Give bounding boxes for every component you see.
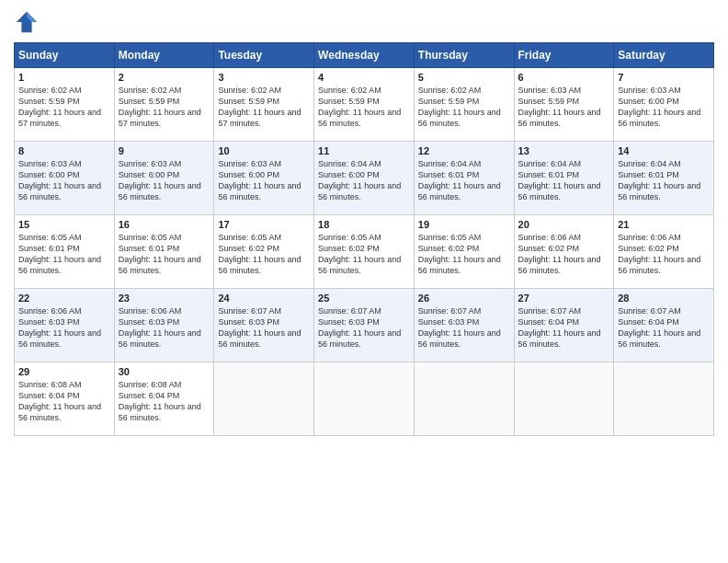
day-number: 23 [119, 293, 210, 304]
day-info: Sunrise: 6:02 AM Sunset: 5:59 PM Dayligh… [318, 85, 410, 130]
day-cell: 19 Sunrise: 6:05 AM Sunset: 6:02 PM Dayl… [414, 215, 514, 289]
day-info: Sunrise: 6:07 AM Sunset: 6:04 PM Dayligh… [618, 305, 710, 350]
day-info: Sunrise: 6:06 AM Sunset: 6:03 PM Dayligh… [18, 305, 110, 350]
day-number: 11 [318, 145, 410, 156]
day-info: Sunrise: 6:06 AM Sunset: 6:03 PM Dayligh… [119, 305, 210, 350]
day-info: Sunrise: 6:03 AM Sunset: 6:00 PM Dayligh… [18, 158, 110, 203]
header-row: SundayMondayTuesdayWednesdayThursdayFrid… [15, 43, 714, 68]
day-number: 3 [218, 72, 310, 83]
day-info: Sunrise: 6:03 AM Sunset: 6:00 PM Dayligh… [119, 158, 210, 203]
header-cell-friday: Friday [514, 43, 614, 68]
day-number: 27 [518, 293, 610, 304]
day-cell: 8 Sunrise: 6:03 AM Sunset: 6:00 PM Dayli… [15, 142, 115, 215]
day-info: Sunrise: 6:03 AM Sunset: 6:00 PM Dayligh… [618, 85, 710, 130]
day-info: Sunrise: 6:08 AM Sunset: 6:04 PM Dayligh… [18, 379, 110, 424]
day-info: Sunrise: 6:04 AM Sunset: 6:01 PM Dayligh… [518, 158, 610, 203]
day-number: 4 [318, 72, 410, 83]
day-number: 8 [18, 145, 110, 156]
day-number: 25 [318, 293, 410, 304]
day-cell: 11 Sunrise: 6:04 AM Sunset: 6:00 PM Dayl… [314, 142, 415, 215]
day-cell: 27 Sunrise: 6:07 AM Sunset: 6:04 PM Dayl… [514, 289, 614, 362]
day-cell [414, 362, 514, 436]
day-cell [614, 362, 714, 436]
day-number: 16 [119, 219, 210, 230]
day-info: Sunrise: 6:05 AM Sunset: 6:01 PM Dayligh… [119, 232, 210, 277]
day-cell: 29 Sunrise: 6:08 AM Sunset: 6:04 PM Dayl… [15, 362, 115, 436]
day-cell: 5 Sunrise: 6:02 AM Sunset: 5:59 PM Dayli… [414, 68, 514, 142]
day-cell: 24 Sunrise: 6:07 AM Sunset: 6:03 PM Dayl… [214, 289, 314, 362]
day-cell: 26 Sunrise: 6:07 AM Sunset: 6:03 PM Dayl… [414, 289, 514, 362]
header [14, 9, 714, 35]
day-info: Sunrise: 6:07 AM Sunset: 6:03 PM Dayligh… [418, 305, 510, 350]
day-info: Sunrise: 6:05 AM Sunset: 6:01 PM Dayligh… [18, 232, 110, 277]
day-cell: 10 Sunrise: 6:03 AM Sunset: 6:00 PM Dayl… [214, 142, 314, 215]
day-info: Sunrise: 6:03 AM Sunset: 5:59 PM Dayligh… [518, 85, 610, 130]
day-cell: 3 Sunrise: 6:02 AM Sunset: 5:59 PM Dayli… [214, 68, 314, 142]
day-number: 22 [18, 293, 110, 304]
day-cell: 4 Sunrise: 6:02 AM Sunset: 5:59 PM Dayli… [314, 68, 415, 142]
header-cell-wednesday: Wednesday [314, 43, 415, 68]
calendar-table: SundayMondayTuesdayWednesdayThursdayFrid… [14, 42, 714, 436]
day-info: Sunrise: 6:06 AM Sunset: 6:02 PM Dayligh… [518, 232, 610, 277]
day-number: 6 [518, 72, 610, 83]
day-info: Sunrise: 6:02 AM Sunset: 5:59 PM Dayligh… [418, 85, 510, 130]
day-cell: 9 Sunrise: 6:03 AM Sunset: 6:00 PM Dayli… [114, 142, 214, 215]
header-cell-saturday: Saturday [614, 43, 714, 68]
day-number: 12 [418, 145, 510, 156]
header-cell-sunday: Sunday [15, 43, 115, 68]
header-cell-tuesday: Tuesday [214, 43, 314, 68]
page: SundayMondayTuesdayWednesdayThursdayFrid… [0, 0, 728, 563]
day-cell: 14 Sunrise: 6:04 AM Sunset: 6:01 PM Dayl… [614, 142, 714, 215]
day-cell: 12 Sunrise: 6:04 AM Sunset: 6:01 PM Dayl… [414, 142, 514, 215]
day-number: 17 [218, 219, 310, 230]
day-cell: 1 Sunrise: 6:02 AM Sunset: 5:59 PM Dayli… [15, 68, 115, 142]
header-cell-monday: Monday [114, 43, 214, 68]
day-info: Sunrise: 6:02 AM Sunset: 5:59 PM Dayligh… [218, 85, 310, 130]
day-cell: 17 Sunrise: 6:05 AM Sunset: 6:02 PM Dayl… [214, 215, 314, 289]
day-cell: 6 Sunrise: 6:03 AM Sunset: 5:59 PM Dayli… [514, 68, 614, 142]
day-cell: 28 Sunrise: 6:07 AM Sunset: 6:04 PM Dayl… [614, 289, 714, 362]
week-row: 22 Sunrise: 6:06 AM Sunset: 6:03 PM Dayl… [15, 289, 714, 362]
day-number: 18 [318, 219, 410, 230]
day-cell: 23 Sunrise: 6:06 AM Sunset: 6:03 PM Dayl… [114, 289, 214, 362]
day-cell [314, 362, 415, 436]
day-cell: 18 Sunrise: 6:05 AM Sunset: 6:02 PM Dayl… [314, 215, 415, 289]
day-cell [214, 362, 314, 436]
calendar-body: 1 Sunrise: 6:02 AM Sunset: 5:59 PM Dayli… [15, 68, 714, 436]
day-info: Sunrise: 6:07 AM Sunset: 6:04 PM Dayligh… [518, 305, 610, 350]
day-number: 21 [618, 219, 710, 230]
day-number: 19 [418, 219, 510, 230]
day-number: 15 [18, 219, 110, 230]
day-number: 29 [18, 366, 110, 377]
day-cell: 30 Sunrise: 6:08 AM Sunset: 6:04 PM Dayl… [114, 362, 214, 436]
day-info: Sunrise: 6:05 AM Sunset: 6:02 PM Dayligh… [318, 232, 410, 277]
day-number: 26 [418, 293, 510, 304]
day-info: Sunrise: 6:05 AM Sunset: 6:02 PM Dayligh… [218, 232, 310, 277]
day-info: Sunrise: 6:06 AM Sunset: 6:02 PM Dayligh… [618, 232, 710, 277]
day-cell: 20 Sunrise: 6:06 AM Sunset: 6:02 PM Dayl… [514, 215, 614, 289]
day-number: 13 [518, 145, 610, 156]
day-cell: 2 Sunrise: 6:02 AM Sunset: 5:59 PM Dayli… [114, 68, 214, 142]
day-number: 14 [618, 145, 710, 156]
day-number: 2 [119, 72, 210, 83]
logo [14, 9, 43, 35]
day-info: Sunrise: 6:07 AM Sunset: 6:03 PM Dayligh… [218, 305, 310, 350]
week-row: 29 Sunrise: 6:08 AM Sunset: 6:04 PM Dayl… [15, 362, 714, 436]
day-cell: 25 Sunrise: 6:07 AM Sunset: 6:03 PM Dayl… [314, 289, 415, 362]
week-row: 1 Sunrise: 6:02 AM Sunset: 5:59 PM Dayli… [15, 68, 714, 142]
day-info: Sunrise: 6:05 AM Sunset: 6:02 PM Dayligh… [418, 232, 510, 277]
logo-icon [14, 9, 40, 35]
day-cell: 22 Sunrise: 6:06 AM Sunset: 6:03 PM Dayl… [15, 289, 115, 362]
day-cell: 15 Sunrise: 6:05 AM Sunset: 6:01 PM Dayl… [15, 215, 115, 289]
day-info: Sunrise: 6:04 AM Sunset: 6:01 PM Dayligh… [618, 158, 710, 203]
day-number: 9 [119, 145, 210, 156]
day-info: Sunrise: 6:03 AM Sunset: 6:00 PM Dayligh… [218, 158, 310, 203]
day-cell: 21 Sunrise: 6:06 AM Sunset: 6:02 PM Dayl… [614, 215, 714, 289]
day-number: 1 [18, 72, 110, 83]
day-cell: 16 Sunrise: 6:05 AM Sunset: 6:01 PM Dayl… [114, 215, 214, 289]
calendar-header: SundayMondayTuesdayWednesdayThursdayFrid… [15, 43, 714, 68]
week-row: 8 Sunrise: 6:03 AM Sunset: 6:00 PM Dayli… [15, 142, 714, 215]
day-number: 10 [218, 145, 310, 156]
day-cell [514, 362, 614, 436]
day-number: 28 [618, 293, 710, 304]
